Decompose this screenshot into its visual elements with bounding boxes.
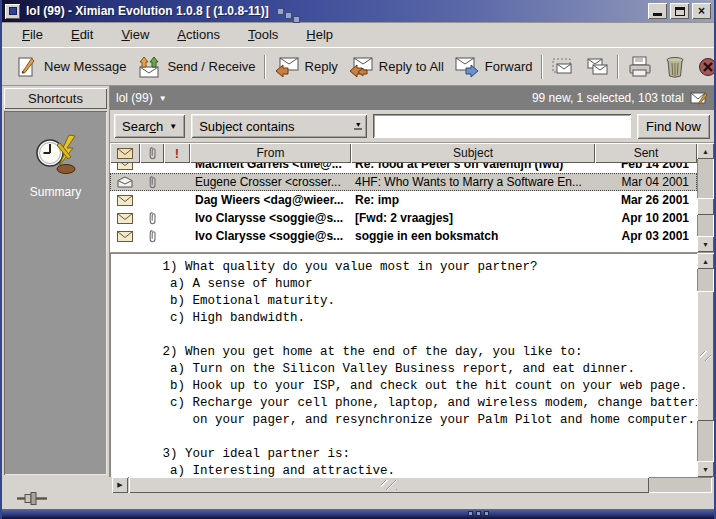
envelope-icon	[117, 148, 133, 159]
sent-column-header[interactable]: Sent	[595, 143, 697, 163]
new-message-button[interactable]: New Message	[10, 52, 131, 82]
new-message-label: New Message	[44, 59, 126, 74]
importance-column-header[interactable]: !	[164, 143, 190, 163]
chevron-down-icon: ▼	[169, 122, 177, 131]
scroll-down-icon[interactable]: ▼	[697, 236, 714, 252]
folder-selector[interactable]: lol (99) ▼	[116, 91, 167, 105]
resize-notch	[468, 511, 473, 516]
send-receive-icon	[136, 55, 162, 79]
window-menu-button[interactable]	[5, 4, 20, 19]
toolbar-separator	[264, 55, 266, 79]
menu-view[interactable]: View	[107, 24, 163, 45]
from-column-header[interactable]: From	[190, 143, 351, 163]
scrollbar-thumb[interactable]	[697, 291, 714, 421]
reply-button[interactable]: Reply	[269, 53, 343, 81]
move-message-icon	[551, 56, 575, 78]
message-line: c) Recharge your cell phone, laptop, and…	[110, 395, 697, 412]
menu-help[interactable]: Help	[292, 24, 347, 45]
scroll-up-icon[interactable]: ▲	[697, 143, 714, 159]
row-sent: Mar 26 2001	[595, 193, 697, 207]
table-row[interactable]: Ivo Clarysse <soggie@s... [Fwd: 2 vraagj…	[110, 209, 697, 227]
row-from: Eugene Crosser <crosser...	[190, 175, 351, 189]
shortcut-panel: Summary	[4, 111, 107, 475]
message-line: a) Interesting and attractive.	[110, 463, 697, 477]
paperclip-icon	[140, 211, 164, 225]
reply-to-all-button[interactable]: Reply to All	[343, 53, 449, 81]
reply-label: Reply	[305, 59, 338, 74]
sidebar-item-summary[interactable]: Summary	[30, 133, 81, 199]
cancel-button[interactable]	[692, 53, 716, 81]
row-sent: Mar 04 2001	[595, 175, 697, 189]
scroll-right-icon[interactable]: ▶	[112, 477, 128, 493]
table-row[interactable]: Dag Wieers <dag@wieer... Re: imp Mar 26 …	[110, 191, 697, 209]
search-menu-button[interactable]: Search ▼	[114, 114, 185, 138]
scroll-down-icon[interactable]: ▼	[697, 461, 714, 477]
status-bar: ◀ ▶	[2, 477, 714, 509]
row-subject: 4HF: Who Wants to Marry a Software En...	[351, 175, 595, 189]
folder-name: lol (99)	[116, 91, 153, 105]
toolbar-separator	[617, 55, 619, 79]
delete-button[interactable]	[658, 52, 692, 82]
find-now-button[interactable]: Find Now	[637, 114, 710, 139]
closed-envelope-icon	[110, 195, 140, 206]
menu-edit[interactable]: Edit	[57, 24, 107, 45]
table-row[interactable]: Ivo Clarysse <soggie@s... soggie in een …	[110, 227, 697, 245]
closed-envelope-icon	[110, 163, 140, 170]
menu-file[interactable]: File	[8, 24, 57, 45]
menubar: File Edit View Actions Tools Help	[2, 22, 714, 48]
send-receive-button[interactable]: Send / Receive	[131, 52, 260, 82]
close-button[interactable]: ×	[692, 3, 711, 19]
table-row[interactable]: Machtelt Garrels <tille@... Re: food at …	[110, 163, 697, 173]
scrollbar-thumb[interactable]	[697, 198, 714, 215]
copy-message-button[interactable]	[580, 53, 614, 81]
folder-status: 99 new, 1 selected, 103 total	[532, 91, 684, 105]
window-menu-icon	[9, 7, 17, 15]
online-status-plug-icon[interactable]	[16, 491, 52, 506]
message-line: on your pager, and resynchronize your Pa…	[110, 412, 697, 429]
cancel-icon	[697, 56, 716, 78]
toolbar: New Message Send / Receive Reply	[2, 48, 714, 86]
preview-scrollbar[interactable]: ▲ ▼	[697, 253, 714, 477]
shortcuts-button[interactable]: Shortcuts	[4, 88, 107, 109]
subject-column-header[interactable]: Subject	[351, 143, 595, 163]
titlebar-decoration	[277, 8, 298, 15]
search-criteria-select[interactable]: Subject contains ▼	[191, 114, 367, 138]
print-icon	[627, 55, 653, 79]
closed-envelope-icon	[110, 231, 140, 242]
summary-clock-icon	[33, 133, 79, 177]
menu-actions[interactable]: Actions	[163, 24, 234, 45]
message-line: 3) Your ideal partner is:	[110, 446, 697, 463]
main-area: Shortcuts Summary	[2, 86, 714, 477]
message-line: a) Turn on the Silicon Valley Business r…	[110, 361, 697, 378]
scrollbar-thumb[interactable]	[129, 477, 649, 493]
forward-button[interactable]: Forward	[449, 53, 538, 81]
paperclip-icon	[140, 229, 164, 243]
message-line: c) High bandwidth.	[110, 310, 697, 327]
search-bar: Search ▼ Subject contains ▼ Find Now	[110, 110, 714, 143]
row-subject: [Fwd: 2 vraagjes]	[351, 211, 595, 225]
open-envelope-icon	[110, 176, 140, 188]
preview-pane: 1) What quality do you value most in you…	[110, 253, 714, 477]
message-list-scrollbar[interactable]: ▲ ▼	[697, 143, 714, 252]
message-line: b) Hook up to your ISP, and check out th…	[110, 378, 697, 395]
shortcut-bar: Shortcuts Summary	[2, 86, 110, 477]
minimize-icon	[653, 7, 662, 16]
resize-notch	[476, 511, 481, 516]
row-from: Machtelt Garrels <tille@...	[190, 163, 351, 171]
move-message-button[interactable]	[546, 53, 580, 81]
message-line	[110, 327, 697, 344]
status-column-header[interactable]	[110, 143, 140, 163]
attachment-column-header[interactable]	[140, 143, 164, 163]
close-icon: ×	[698, 4, 705, 18]
titlebar[interactable]: lol (99) - Ximian Evolution 1.0.8 [ (1.0…	[2, 0, 714, 22]
print-button[interactable]	[622, 52, 658, 82]
search-input[interactable]	[373, 114, 631, 138]
table-row[interactable]: Eugene Crosser <crosser... 4HF: Who Want…	[110, 173, 697, 191]
toolbar-separator	[541, 55, 543, 79]
forward-label: Forward	[485, 59, 533, 74]
menu-tools[interactable]: Tools	[234, 24, 292, 45]
preview-hscrollbar[interactable]: ◀ ▶	[112, 477, 712, 493]
maximize-button[interactable]	[670, 3, 689, 19]
minimize-button[interactable]	[648, 3, 667, 19]
scroll-up-icon[interactable]: ▲	[697, 253, 714, 269]
